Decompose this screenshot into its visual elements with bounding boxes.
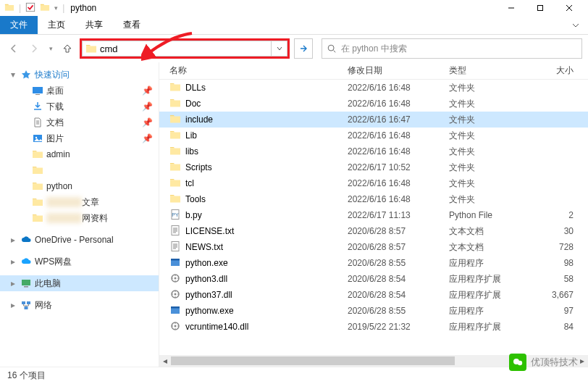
sidebar-item-blurred[interactable]: 网资料	[0, 210, 159, 226]
svg-rect-15	[25, 306, 28, 309]
tab-home[interactable]: 主页	[38, 16, 75, 34]
file-name: python.exe	[185, 258, 228, 268]
file-row[interactable]: libs2022/6/16 16:48文件夹	[159, 143, 588, 159]
star-icon	[20, 69, 32, 80]
ribbon-expand-icon[interactable]	[563, 16, 588, 34]
dll-icon	[169, 288, 181, 302]
file-size: 30	[543, 226, 588, 236]
col-header-name[interactable]: 名称	[159, 64, 348, 77]
sidebar-python[interactable]: python	[0, 178, 159, 194]
tab-file[interactable]: 文件	[0, 16, 38, 34]
col-header-date[interactable]: 修改日期	[348, 64, 449, 77]
file-size: 728	[543, 242, 588, 252]
py-icon: PY	[169, 209, 181, 222]
col-header-size[interactable]: 大小	[543, 64, 588, 77]
svg-rect-19	[172, 241, 179, 251]
sidebar-item-blurred[interactable]: 文章	[0, 194, 159, 210]
svg-rect-13	[22, 301, 25, 304]
file-date: 2022/6/17 11:13	[348, 210, 449, 220]
file-name: vcruntime140.dll	[185, 322, 248, 332]
file-size: 84	[543, 322, 588, 332]
sidebar-downloads[interactable]: 下载 📌	[0, 99, 159, 114]
file-row[interactable]: include2022/6/16 16:47文件夹	[159, 112, 588, 128]
qat-divider: |	[62, 3, 64, 13]
forward-button[interactable]	[26, 41, 42, 57]
sidebar-item-blurred[interactable]	[0, 162, 159, 178]
sidebar-pictures[interactable]: 图片 📌	[0, 130, 159, 146]
go-button[interactable]	[294, 38, 313, 59]
file-type: 应用程序	[449, 257, 543, 270]
file-row[interactable]: python3.dll2020/6/28 8:54应用程序扩展58	[159, 271, 588, 287]
address-dropdown-icon[interactable]	[272, 41, 287, 57]
titlebar: | ▾ | python	[0, 0, 588, 16]
txt-icon	[169, 225, 181, 238]
sidebar-documents[interactable]: 文档 📌	[0, 114, 159, 130]
file-row[interactable]: Lib2022/6/16 16:48文件夹	[159, 128, 588, 143]
file-row[interactable]: DLLs2022/6/16 16:48文件夹	[159, 80, 588, 96]
minimize-button[interactable]	[497, 0, 526, 16]
qat-dropdown-icon[interactable]: ▾	[54, 4, 58, 12]
folder-icon	[85, 43, 97, 54]
file-type: 应用程序扩展	[449, 289, 543, 301]
up-button[interactable]	[59, 41, 75, 57]
scroll-thumb[interactable]	[171, 356, 455, 365]
svg-rect-14	[27, 301, 30, 304]
sidebar-onedrive[interactable]: ▸ OneDrive - Personal	[0, 232, 159, 248]
file-date: 2022/6/17 10:52	[348, 162, 449, 172]
cloud-icon	[20, 256, 32, 267]
search-box[interactable]: 在 python 中搜索	[322, 38, 582, 59]
file-date: 2022/6/16 16:48	[348, 194, 449, 204]
col-header-type[interactable]: 类型	[449, 64, 543, 77]
sidebar-admin[interactable]: admin	[0, 146, 159, 162]
file-date: 2022/6/16 16:48	[348, 146, 449, 156]
pin-icon: 📌	[142, 101, 153, 112]
file-row[interactable]: tcl2022/6/16 16:48文件夹	[159, 175, 588, 191]
close-button[interactable]	[555, 0, 584, 16]
window-title: python	[70, 3, 96, 13]
file-row[interactable]: vcruntime140.dll2019/5/22 21:32应用程序扩展84	[159, 319, 588, 335]
svg-rect-11	[22, 280, 30, 285]
file-name: python3.dll	[185, 274, 227, 284]
scroll-left-icon[interactable]: ◂	[159, 355, 171, 367]
file-row[interactable]: Scripts2022/6/17 10:52文件夹	[159, 159, 588, 175]
statusbar: 16 个项目	[0, 367, 588, 384]
folder-icon[interactable]	[40, 2, 50, 14]
maximize-button[interactable]	[526, 0, 555, 16]
address-input[interactable]	[100, 43, 268, 54]
file-row[interactable]: pythonw.exe2020/6/28 8:55应用程序97	[159, 303, 588, 319]
sidebar: ▾ 快速访问 桌面 📌 下载 📌 文档 📌 图片 📌	[0, 62, 159, 367]
file-row[interactable]: PYb.py2022/6/17 11:13Python File2	[159, 207, 588, 223]
sidebar-network[interactable]: ▸ 网络	[0, 297, 159, 313]
file-name: b.py	[185, 210, 202, 220]
file-row[interactable]: python.exe2020/6/28 8:55应用程序98	[159, 255, 588, 271]
content-area: 名称 修改日期 类型 大小 DLLs2022/6/16 16:48文件夹Doc2…	[159, 62, 588, 367]
sidebar-quick-access[interactable]: ▾ 快速访问	[0, 67, 159, 83]
file-row[interactable]: python37.dll2020/6/28 8:54应用程序扩展3,667	[159, 287, 588, 303]
file-row[interactable]: Tools2022/6/16 16:48文件夹	[159, 191, 588, 207]
sidebar-this-pc[interactable]: ▸ 此电脑	[0, 275, 159, 291]
tab-view[interactable]: 查看	[113, 16, 151, 34]
file-name: pythonw.exe	[185, 306, 234, 316]
file-name: tcl	[185, 178, 194, 188]
folder-icon	[169, 81, 181, 95]
sidebar-wps[interactable]: ▸ WPS网盘	[0, 254, 159, 270]
file-type: 文件夹	[449, 193, 543, 206]
pin-icon: 📌	[142, 133, 153, 143]
svg-point-29	[175, 325, 177, 327]
svg-point-31	[518, 361, 522, 365]
file-row[interactable]: NEWS.txt2020/6/28 8:57文本文档728	[159, 239, 588, 255]
folder-icon	[169, 129, 181, 143]
pictures-icon	[32, 133, 43, 144]
sidebar-desktop[interactable]: 桌面 📌	[0, 83, 159, 99]
svg-rect-7	[33, 87, 43, 93]
recent-dropdown-icon[interactable]: ▾	[46, 41, 55, 57]
scroll-right-icon[interactable]: ▸	[576, 355, 588, 367]
tab-share[interactable]: 共享	[75, 16, 113, 34]
file-row[interactable]: LICENSE.txt2020/6/28 8:57文本文档30	[159, 223, 588, 239]
file-list[interactable]: DLLs2022/6/16 16:48文件夹Doc2022/6/16 16:48…	[159, 80, 588, 355]
address-bar[interactable]	[80, 38, 290, 59]
qat-checkbox-checked[interactable]	[25, 2, 35, 14]
cloud-icon	[20, 234, 32, 246]
back-button[interactable]	[6, 41, 22, 57]
file-row[interactable]: Doc2022/6/16 16:48文件夹	[159, 96, 588, 112]
